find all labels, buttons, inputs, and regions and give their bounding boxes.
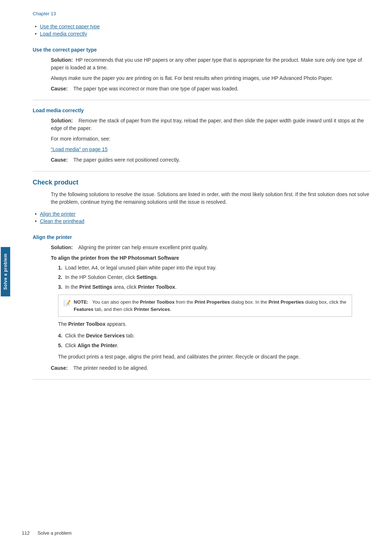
load-media-page-link: “Load media” on page 15 — [51, 146, 370, 153]
use-correct-paper-solution: Solution: HP recommends that you use HP … — [33, 56, 370, 93]
step-num-5: 5. — [58, 343, 62, 348]
divider-3 — [33, 379, 370, 380]
load-media-internal-link[interactable]: “Load media” on page 15 — [51, 146, 107, 152]
align-printer-solution-text: Solution: Aligning the printer can help … — [51, 244, 370, 251]
step-5: 5. Click Align the Printer. — [58, 341, 370, 349]
to-align-subheading: To align the printer from the HP Photosm… — [33, 255, 370, 261]
footer-section: Solve a problem — [37, 530, 72, 536]
align-printer-heading: Align the printer — [33, 234, 370, 240]
clean-printhead-link[interactable]: Clean the printhead — [40, 218, 84, 224]
step5-detail-text: The product prints a test page, aligns t… — [58, 353, 370, 361]
cause-body-2: The paper guides were not positioned cor… — [73, 157, 180, 163]
align-steps-2: 4. Click the Device Services tab. 5. Cli… — [33, 332, 370, 349]
cause-body: The paper type was incorrect or more tha… — [73, 86, 238, 92]
load-media-solution-text: Solution: Remove the stack of paper from… — [51, 117, 370, 132]
chapter-label: Chapter 13 — [33, 11, 370, 16]
divider-1 — [33, 100, 370, 100]
check-product-section: Check product Try the following solution… — [33, 179, 370, 372]
load-media-section: Load media correctly Solution: Remove th… — [33, 108, 370, 164]
step-num-3: 3. — [58, 284, 62, 290]
step-4: 4. Click the Device Services tab. — [58, 332, 370, 340]
cause-body-3: The printer needed to be aligned. — [73, 365, 148, 371]
load-media-link[interactable]: Load media correctly — [40, 31, 87, 37]
step-num-2: 2. — [58, 274, 62, 280]
list-item: Use the correct paper type — [40, 24, 370, 29]
solution-body-3: Aligning the printer can help ensure exc… — [78, 244, 208, 250]
top-link-list: Use the correct paper type Load media co… — [33, 24, 370, 37]
list-item: Align the printer — [40, 211, 370, 217]
list-item: Load media correctly — [40, 31, 370, 37]
solution-body: HP recommends that you use HP papers or … — [51, 57, 362, 70]
printer-toolbox-appears: The Printer Toolbox appears. — [33, 320, 370, 328]
load-media-solution: Solution: Remove the stack of paper from… — [33, 117, 370, 164]
note-label: NOTE: — [74, 299, 88, 305]
footer: 112 Solve a problem — [22, 530, 72, 536]
cause-label-2: Cause: — [51, 157, 68, 163]
solution-label: Solution: — [51, 57, 73, 63]
step-1: 1. Load letter, A4, or legal unused plai… — [58, 264, 370, 272]
check-product-intro: Try the following solutions to resolve t… — [33, 191, 370, 206]
step-2: 2. In the HP Solution Center, click Sett… — [58, 273, 370, 281]
note-icon: 📝 — [64, 299, 71, 313]
cause-label-3: Cause: — [51, 365, 68, 371]
align-steps-1: 1. Load letter, A4, or legal unused plai… — [33, 264, 370, 291]
step-text-2-pre: In the HP Solution Center, click — [65, 274, 136, 280]
use-correct-paper-link[interactable]: Use the correct paper type — [40, 24, 100, 29]
load-media-cause: Cause: The paper guides were not positio… — [51, 156, 370, 164]
note-text: NOTE: You can also open the Printer Tool… — [74, 299, 347, 313]
for-more-info: For more information, see: — [51, 135, 370, 143]
align-printer-cause: Cause: The printer needed to be aligned. — [33, 364, 370, 372]
use-correct-paper-solution-text2: Always make sure the paper you are print… — [51, 74, 370, 82]
main-content: Chapter 13 Use the correct paper type Lo… — [11, 0, 392, 543]
align-printer-link[interactable]: Align the printer — [40, 211, 75, 217]
step-num-1: 1. — [58, 265, 62, 271]
use-correct-paper-section: Use the correct paper type Solution: HP … — [33, 47, 370, 93]
solution-body-2: Remove the stack of paper from the input… — [51, 118, 364, 131]
step-text-2-bold: Settings — [136, 274, 156, 280]
solution-label-3: Solution: — [51, 244, 73, 250]
step-3: 3. In the Print Settings area, click Pri… — [58, 283, 370, 291]
step-num-4: 4. — [58, 333, 62, 339]
use-correct-paper-heading: Use the correct paper type — [33, 47, 370, 53]
cause-label: Cause: — [51, 86, 68, 92]
sidebar: Solve a problem — [0, 0, 11, 543]
check-product-link-list: Align the printer Clean the printhead — [33, 211, 370, 224]
step5-detail: The product prints a test page, aligns t… — [33, 353, 370, 361]
note-box-inner: 📝 NOTE: You can also open the Printer To… — [64, 299, 347, 313]
align-printer-solution: Solution: Aligning the printer can help … — [33, 244, 370, 251]
load-media-heading: Load media correctly — [33, 108, 370, 113]
list-item: Clean the printhead — [40, 218, 370, 224]
check-product-heading: Check product — [33, 179, 370, 186]
use-correct-paper-solution-text: Solution: HP recommends that you use HP … — [51, 56, 370, 72]
solution-label-2: Solution: — [51, 118, 73, 123]
align-printer-section: Align the printer Solution: Aligning the… — [33, 234, 370, 372]
page-number: 112 — [22, 530, 30, 536]
sidebar-label: Solve a problem — [1, 247, 10, 296]
note-box: 📝 NOTE: You can also open the Printer To… — [58, 295, 352, 317]
divider-2 — [33, 171, 370, 171]
use-correct-paper-cause: Cause: The paper type was incorrect or m… — [51, 85, 370, 93]
step-text-1: Load letter, A4, or legal unused plain w… — [65, 265, 216, 271]
